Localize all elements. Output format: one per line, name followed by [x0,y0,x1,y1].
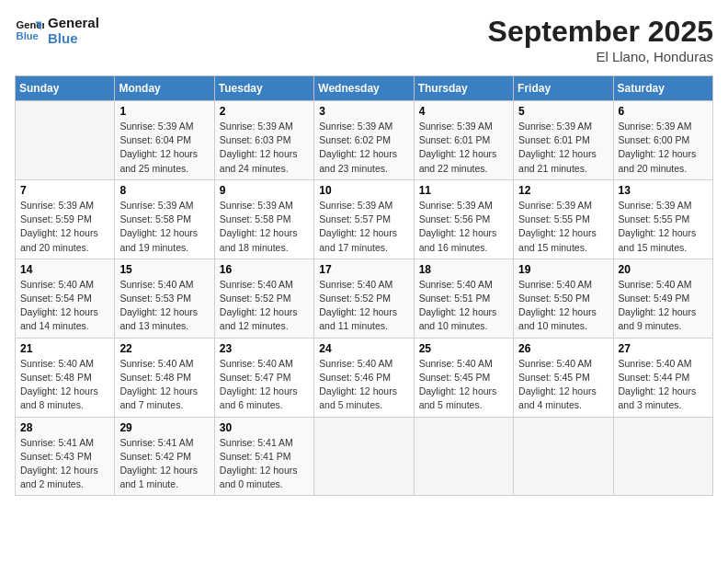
calendar-cell [414,417,513,496]
day-info: Sunrise: 5:40 AM Sunset: 5:52 PM Dayligh… [319,278,408,334]
logo-icon: General Blue [15,16,44,45]
calendar-table: SundayMondayTuesdayWednesdayThursdayFrid… [15,75,713,496]
calendar-cell: 15Sunrise: 5:40 AM Sunset: 5:53 PM Dayli… [115,259,214,338]
calendar-cell: 26Sunrise: 5:40 AM Sunset: 5:45 PM Dayli… [514,338,613,417]
calendar-header-sunday: Sunday [16,76,115,101]
day-info: Sunrise: 5:40 AM Sunset: 5:48 PM Dayligh… [119,357,209,413]
day-info: Sunrise: 5:39 AM Sunset: 5:57 PM Dayligh… [319,199,408,255]
day-number: 25 [419,342,508,355]
calendar-cell: 28Sunrise: 5:41 AM Sunset: 5:43 PM Dayli… [16,417,115,496]
calendar-week-row: 7Sunrise: 5:39 AM Sunset: 5:59 PM Daylig… [16,179,713,259]
day-number: 3 [319,105,408,118]
day-info: Sunrise: 5:40 AM Sunset: 5:52 PM Dayligh… [220,278,309,334]
day-info: Sunrise: 5:39 AM Sunset: 6:00 PM Dayligh… [619,120,708,176]
day-info: Sunrise: 5:40 AM Sunset: 5:46 PM Dayligh… [319,357,408,413]
day-info: Sunrise: 5:40 AM Sunset: 5:49 PM Dayligh… [619,278,708,334]
calendar-cell: 17Sunrise: 5:40 AM Sunset: 5:52 PM Dayli… [314,259,414,338]
calendar-cell: 21Sunrise: 5:40 AM Sunset: 5:48 PM Dayli… [16,338,115,417]
day-number: 1 [119,105,209,118]
day-number: 21 [20,342,109,355]
calendar-cell: 1Sunrise: 5:39 AM Sunset: 6:04 PM Daylig… [115,101,214,180]
calendar-cell: 16Sunrise: 5:40 AM Sunset: 5:52 PM Dayli… [214,259,313,338]
day-info: Sunrise: 5:39 AM Sunset: 5:55 PM Dayligh… [619,199,708,255]
logo-general: General [48,15,99,30]
calendar-header-tuesday: Tuesday [214,76,313,101]
calendar-cell [514,417,613,496]
day-info: Sunrise: 5:39 AM Sunset: 6:01 PM Dayligh… [419,120,508,176]
day-number: 13 [619,184,708,197]
calendar-cell: 27Sunrise: 5:40 AM Sunset: 5:44 PM Dayli… [613,338,712,417]
calendar-cell: 3Sunrise: 5:39 AM Sunset: 6:02 PM Daylig… [314,101,414,180]
day-number: 2 [220,105,309,118]
day-info: Sunrise: 5:39 AM Sunset: 6:01 PM Dayligh… [518,120,608,176]
calendar-cell: 6Sunrise: 5:39 AM Sunset: 6:00 PM Daylig… [613,101,712,180]
day-number: 6 [619,105,708,118]
day-info: Sunrise: 5:40 AM Sunset: 5:45 PM Dayligh… [419,357,508,413]
calendar-header-friday: Friday [514,76,613,101]
day-number: 26 [518,342,608,355]
day-info: Sunrise: 5:39 AM Sunset: 6:03 PM Dayligh… [220,120,309,176]
calendar-header-row: SundayMondayTuesdayWednesdayThursdayFrid… [16,76,713,101]
day-number: 5 [518,105,608,118]
day-info: Sunrise: 5:40 AM Sunset: 5:45 PM Dayligh… [518,357,608,413]
calendar-week-row: 1Sunrise: 5:39 AM Sunset: 6:04 PM Daylig… [16,101,713,180]
day-info: Sunrise: 5:40 AM Sunset: 5:51 PM Dayligh… [419,278,508,334]
calendar-cell: 18Sunrise: 5:40 AM Sunset: 5:51 PM Dayli… [414,259,513,338]
location-subtitle: El Llano, Honduras [488,49,713,64]
day-number: 24 [319,342,408,355]
day-info: Sunrise: 5:40 AM Sunset: 5:44 PM Dayligh… [619,357,708,413]
day-info: Sunrise: 5:39 AM Sunset: 5:55 PM Dayligh… [518,199,608,255]
day-number: 15 [119,263,209,276]
day-number: 20 [619,263,708,276]
calendar-cell [613,417,712,496]
day-info: Sunrise: 5:39 AM Sunset: 5:59 PM Dayligh… [20,199,109,255]
calendar-cell: 8Sunrise: 5:39 AM Sunset: 5:58 PM Daylig… [115,179,214,259]
day-number: 16 [220,263,309,276]
day-number: 29 [119,421,209,434]
day-number: 8 [119,184,209,197]
title-block: September 2025 El Llano, Honduras [488,15,713,64]
calendar-week-row: 28Sunrise: 5:41 AM Sunset: 5:43 PM Dayli… [16,417,713,496]
day-number: 12 [518,184,608,197]
day-number: 22 [119,342,209,355]
day-info: Sunrise: 5:40 AM Sunset: 5:48 PM Dayligh… [20,357,109,413]
calendar-cell: 2Sunrise: 5:39 AM Sunset: 6:03 PM Daylig… [214,101,313,180]
day-number: 11 [419,184,508,197]
day-number: 4 [419,105,508,118]
calendar-cell: 19Sunrise: 5:40 AM Sunset: 5:50 PM Dayli… [514,259,613,338]
day-info: Sunrise: 5:39 AM Sunset: 6:04 PM Dayligh… [119,120,209,176]
calendar-cell: 13Sunrise: 5:39 AM Sunset: 5:55 PM Dayli… [613,179,712,259]
day-info: Sunrise: 5:41 AM Sunset: 5:43 PM Dayligh… [20,436,109,492]
day-number: 19 [518,263,608,276]
day-number: 7 [20,184,109,197]
day-number: 28 [20,421,109,434]
page-header: General Blue General Blue September 2025… [15,15,713,64]
calendar-week-row: 14Sunrise: 5:40 AM Sunset: 5:54 PM Dayli… [16,259,713,338]
day-info: Sunrise: 5:39 AM Sunset: 5:58 PM Dayligh… [220,199,309,255]
month-title: September 2025 [488,15,713,49]
calendar-cell: 9Sunrise: 5:39 AM Sunset: 5:58 PM Daylig… [214,179,313,259]
day-info: Sunrise: 5:39 AM Sunset: 5:56 PM Dayligh… [419,199,508,255]
calendar-cell: 7Sunrise: 5:39 AM Sunset: 5:59 PM Daylig… [16,179,115,259]
calendar-cell: 5Sunrise: 5:39 AM Sunset: 6:01 PM Daylig… [514,101,613,180]
calendar-cell: 29Sunrise: 5:41 AM Sunset: 5:42 PM Dayli… [115,417,214,496]
logo-blue: Blue [48,30,99,46]
day-number: 30 [220,421,309,434]
calendar-cell: 25Sunrise: 5:40 AM Sunset: 5:45 PM Dayli… [414,338,513,417]
day-number: 18 [419,263,508,276]
day-number: 23 [220,342,309,355]
calendar-cell: 20Sunrise: 5:40 AM Sunset: 5:49 PM Dayli… [613,259,712,338]
calendar-cell: 12Sunrise: 5:39 AM Sunset: 5:55 PM Dayli… [514,179,613,259]
calendar-cell: 14Sunrise: 5:40 AM Sunset: 5:54 PM Dayli… [16,259,115,338]
calendar-header-thursday: Thursday [414,76,513,101]
calendar-header-saturday: Saturday [613,76,712,101]
day-info: Sunrise: 5:40 AM Sunset: 5:53 PM Dayligh… [119,278,209,334]
logo: General Blue General Blue [15,15,99,46]
day-number: 27 [619,342,708,355]
calendar-cell: 24Sunrise: 5:40 AM Sunset: 5:46 PM Dayli… [314,338,414,417]
day-info: Sunrise: 5:40 AM Sunset: 5:54 PM Dayligh… [20,278,109,334]
day-info: Sunrise: 5:40 AM Sunset: 5:50 PM Dayligh… [518,278,608,334]
day-number: 17 [319,263,408,276]
day-number: 9 [220,184,309,197]
calendar-cell: 4Sunrise: 5:39 AM Sunset: 6:01 PM Daylig… [414,101,513,180]
